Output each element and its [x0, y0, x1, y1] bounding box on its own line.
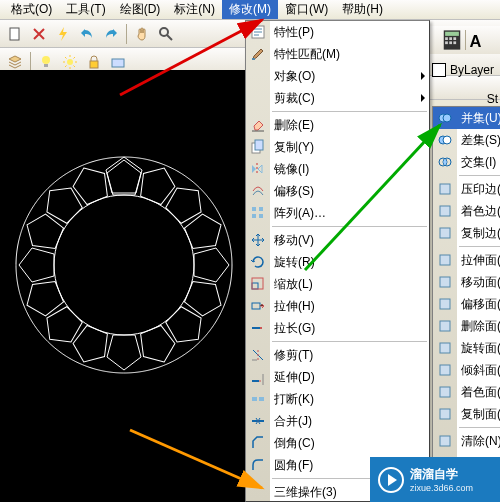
menu-item[interactable]: 特性(P)	[246, 21, 429, 43]
menu-item[interactable]: 特性匹配(M)	[246, 43, 429, 65]
menu-item[interactable]: 拉伸(H)	[246, 295, 429, 317]
menu-item-label: 拉长(G)	[274, 320, 315, 337]
menu-item-label: 三维操作(3)	[274, 484, 337, 501]
stretch-icon	[249, 297, 267, 315]
menu-item[interactable]: 着色面(C)	[433, 381, 500, 403]
menu-item-label: 交集(I)	[461, 154, 496, 171]
chamfer-icon	[249, 434, 267, 452]
menu-item[interactable]: 删除面(D)	[433, 315, 500, 337]
svg-rect-47	[252, 214, 256, 218]
svg-marker-29	[194, 248, 229, 282]
text-aa-icon[interactable]: A	[468, 29, 490, 51]
menu-item-label: 剪裁(C)	[274, 90, 315, 107]
menu-item[interactable]: 剪裁(C)	[246, 87, 429, 109]
menu-item[interactable]: 对象(O)	[246, 65, 429, 87]
menu-item[interactable]: 偏移(S)	[246, 180, 429, 202]
zoom-icon[interactable]	[155, 23, 177, 45]
svg-rect-5	[90, 61, 98, 68]
undo-icon[interactable]	[76, 23, 98, 45]
menu-modify[interactable]: 修改(M)	[222, 0, 278, 19]
bolt-icon[interactable]	[52, 23, 74, 45]
menu-item[interactable]: 修剪(T)	[246, 344, 429, 366]
svg-rect-69	[440, 387, 450, 397]
svg-marker-39	[38, 179, 87, 228]
cut-icon[interactable]	[28, 23, 50, 45]
copy-icon	[249, 138, 267, 156]
menu-item-label: 压印边(I)	[461, 181, 500, 198]
menu-item[interactable]: 阵列(A)…	[246, 202, 429, 224]
color-swatch[interactable]	[432, 63, 446, 77]
menu-item[interactable]: 复制边(G)	[433, 222, 500, 244]
svg-point-23	[54, 195, 194, 335]
menu-item-label: 倒角(C)	[274, 435, 315, 452]
svg-marker-33	[107, 335, 141, 370]
menu-item-label: 延伸(D)	[274, 369, 315, 386]
menu-item[interactable]: 并集(U)	[433, 107, 500, 129]
svg-point-57	[443, 136, 451, 144]
menu-item[interactable]: 删除(E)	[246, 114, 429, 136]
menu-item[interactable]: 镜像(I)	[246, 158, 429, 180]
union-icon	[436, 109, 454, 127]
calc-icon[interactable]: A	[430, 26, 500, 54]
svg-rect-48	[259, 214, 263, 218]
menu-item[interactable]: 倒角(C)	[246, 432, 429, 454]
menu-item-label: 修剪(T)	[274, 347, 313, 364]
menu-item[interactable]: 拉伸面(E)	[433, 249, 500, 271]
svg-rect-16	[449, 37, 452, 40]
menu-item[interactable]: 着色边(L)	[433, 200, 500, 222]
menu-item[interactable]: 旋转面(A)	[433, 337, 500, 359]
menu-item[interactable]: 旋转(R)	[246, 251, 429, 273]
svg-rect-65	[440, 299, 450, 309]
menu-separator	[459, 427, 500, 428]
drawing-canvas[interactable]	[0, 70, 245, 502]
hand-icon[interactable]	[131, 23, 153, 45]
trim-icon	[249, 346, 267, 364]
menu-dimension[interactable]: 标注(N)	[167, 0, 222, 19]
menu-item[interactable]: 移动(V)	[246, 229, 429, 251]
extend-icon	[249, 368, 267, 386]
menu-tools[interactable]: 工具(T)	[59, 0, 112, 19]
menu-item-label: 着色边(L)	[461, 203, 500, 220]
menu-window[interactable]: 窗口(W)	[278, 0, 335, 19]
svg-rect-70	[440, 409, 450, 419]
menu-item-label: 倾斜面(T)	[461, 362, 500, 379]
menu-item[interactable]: 合并(J)	[246, 410, 429, 432]
menu-item-label: 拉伸(H)	[274, 298, 315, 315]
redo-icon[interactable]	[100, 23, 122, 45]
svg-rect-67	[440, 343, 450, 353]
menu-item[interactable]: 复制面(F)	[433, 403, 500, 425]
menu-item-label: 偏移(S)	[274, 183, 314, 200]
svg-rect-60	[440, 184, 450, 194]
menu-item[interactable]: 清除(N)	[433, 430, 500, 452]
menu-item[interactable]: 打断(K)	[246, 388, 429, 410]
clean-icon	[436, 432, 454, 450]
menu-item[interactable]: 偏移面(O)	[433, 293, 500, 315]
menu-item[interactable]: 交集(I)	[433, 151, 500, 173]
menu-item[interactable]: 复制(Y)	[246, 136, 429, 158]
fillet-icon	[249, 456, 267, 474]
menu-item[interactable]: 拉长(G)	[246, 317, 429, 339]
menu-separator	[272, 341, 427, 342]
svg-rect-64	[440, 277, 450, 287]
modify-menu: 特性(P)特性匹配(M)对象(O)剪裁(C)删除(E)复制(Y)镜像(I)偏移(…	[245, 20, 430, 502]
menu-item[interactable]: 延伸(D)	[246, 366, 429, 388]
scale-icon	[249, 275, 267, 293]
lengthen-icon	[249, 319, 267, 337]
svg-rect-14	[445, 32, 459, 36]
menu-item[interactable]: 移动面(M)	[433, 271, 500, 293]
svg-rect-62	[440, 228, 450, 238]
svg-rect-18	[445, 41, 448, 44]
menu-draw[interactable]: 绘图(D)	[113, 0, 168, 19]
menu-format[interactable]: 格式(O)	[4, 0, 59, 19]
new-icon[interactable]	[4, 23, 26, 45]
menu-item[interactable]: 压印边(I)	[433, 178, 500, 200]
menu-item[interactable]: 缩放(L)	[246, 273, 429, 295]
intersect-icon	[436, 153, 454, 171]
menu-help[interactable]: 帮助(H)	[335, 0, 390, 19]
menu-item-label: 对象(O)	[274, 68, 315, 85]
menu-item[interactable]: 倾斜面(T)	[433, 359, 500, 381]
svg-rect-42	[252, 58, 255, 60]
svg-rect-6	[112, 59, 124, 67]
bylayer-selector[interactable]: ByLayer	[426, 58, 500, 82]
menu-item[interactable]: 差集(S)	[433, 129, 500, 151]
